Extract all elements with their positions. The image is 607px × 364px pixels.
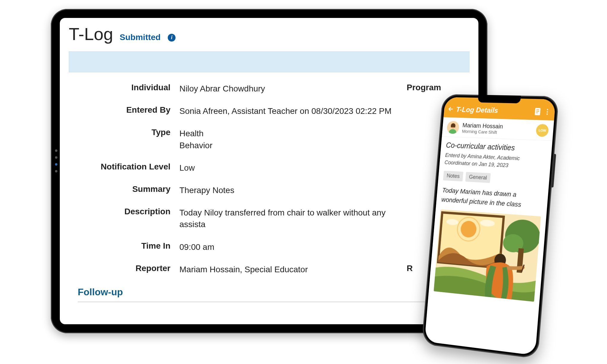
tag-general[interactable]: General	[465, 172, 491, 183]
page-title-row: T-Log Submitted i	[69, 21, 469, 51]
status-badge: Submitted	[120, 33, 161, 42]
label-reporter: Reporter	[78, 264, 170, 275]
followup-divider	[78, 301, 469, 302]
tag-notes[interactable]: Notes	[443, 171, 463, 182]
tablet-side-dots	[55, 149, 57, 172]
svg-rect-3	[536, 111, 539, 111]
svg-rect-4	[536, 112, 538, 113]
svg-rect-1	[535, 108, 541, 115]
priority-badge: LOW	[536, 124, 549, 137]
phone-tags: Notes General	[443, 171, 544, 186]
svg-rect-2	[536, 109, 539, 110]
value-type-2: Behavior	[179, 140, 398, 151]
blue-header-bar	[69, 51, 469, 72]
phone-notch	[478, 95, 521, 103]
phone-user-text: Mariam Hossain Morning Care Shift	[462, 122, 533, 136]
label-notification-level: Notification Level	[78, 162, 170, 174]
value-time-in: 09:00 am	[179, 241, 398, 253]
value-individual: Niloy Abrar Chowdhury	[179, 83, 398, 94]
phone-screen: T-Log Details ⋮ Mariam Hossain Morning C…	[425, 97, 556, 356]
value-type-1: Health	[179, 128, 398, 139]
more-icon[interactable]: ⋮	[544, 110, 551, 114]
value-notification-level: Low	[179, 162, 398, 174]
info-icon[interactable]: i	[168, 34, 176, 42]
value-entered-by: Sonia Afreen, Assistant Teacher on 08/30…	[179, 105, 398, 117]
label-type: Type	[78, 128, 170, 151]
phone-header-title: T-Log Details	[456, 105, 531, 116]
value-reporter: Mariam Hossain, Special Educator	[179, 264, 398, 275]
followup-heading: Follow-up	[69, 275, 469, 301]
value-type: Health Behavior	[179, 128, 398, 151]
activity-title: Co-curricular activities	[446, 141, 547, 154]
avatar	[446, 121, 460, 134]
tablet-device: T-Log Submitted i Individual Niloy Abrar…	[51, 9, 487, 333]
phone-body: Co-curricular activities Enterd by Amina…	[428, 137, 553, 307]
page-title: T-Log	[69, 24, 113, 44]
phone-device: T-Log Details ⋮ Mariam Hossain Morning C…	[422, 94, 559, 359]
document-icon[interactable]	[534, 107, 542, 116]
label-time-in: Time In	[78, 241, 170, 253]
back-icon[interactable]	[448, 105, 454, 114]
phone-attachment-image[interactable]	[434, 209, 541, 302]
phone-entered-by: Enterd by Amina Akter, Academic Coordina…	[444, 152, 546, 171]
value-summary: Therapy Notes	[179, 184, 398, 196]
label-program: Program	[407, 83, 466, 94]
details-grid: Individual Niloy Abrar Chowdhury Program…	[69, 81, 469, 275]
label-individual: Individual	[78, 83, 170, 94]
label-summary: Summary	[78, 184, 170, 196]
value-description: Today Niloy transferred from chair to wa…	[179, 207, 398, 230]
label-entered-by: Entered By	[78, 105, 170, 117]
label-description: Description	[78, 207, 170, 230]
phone-side-button	[552, 154, 556, 187]
tablet-screen: T-Log Submitted i Individual Niloy Abrar…	[60, 18, 478, 324]
phone-description: Today Mariam has drawn a wonderful pictu…	[441, 186, 543, 211]
